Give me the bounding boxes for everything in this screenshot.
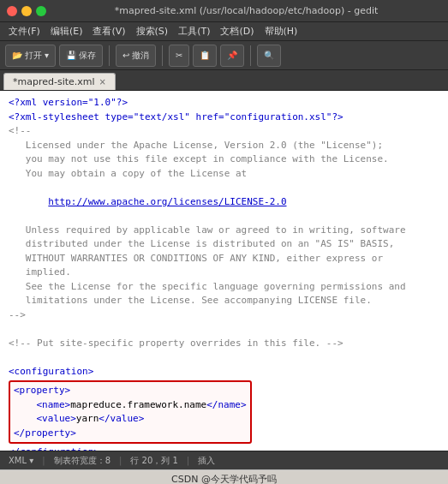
insert-mode-indicator: 插入 bbox=[198, 455, 215, 467]
blank-line-3 bbox=[9, 322, 439, 337]
window-title: *mapred-site.xml (/usr/local/hadoop/etc/… bbox=[51, 5, 441, 16]
site-override-comment: <!-- Put site-specific property override… bbox=[9, 337, 439, 351]
cut-button[interactable]: ✂ bbox=[169, 45, 189, 67]
value-tag: <value>yarn</value> bbox=[14, 412, 247, 427]
menu-documents[interactable]: 文档(D) bbox=[215, 23, 259, 39]
menu-tools[interactable]: 工具(T) bbox=[173, 23, 215, 39]
configuration-open: <configuration> bbox=[9, 365, 439, 379]
menu-file[interactable]: 文件(F) bbox=[3, 23, 45, 39]
cut-icon: ✂ bbox=[176, 51, 182, 60]
property-open: <property> bbox=[14, 384, 247, 398]
comment-end: --> bbox=[9, 308, 439, 323]
toolbar: 📂 打开 ▾ 💾 保存 ↩ 撤消 ✂ 📋 📌 🔍 bbox=[0, 41, 448, 70]
tab-width-indicator: 制表符宽度：8 bbox=[54, 455, 111, 467]
toolbar-separator-2 bbox=[162, 45, 163, 66]
minimize-button[interactable] bbox=[21, 6, 32, 16]
comment-line-2: you may not use this file except in comp… bbox=[9, 152, 439, 167]
tab-bar: *mapred-site.xml × bbox=[0, 70, 448, 91]
close-button[interactable] bbox=[7, 6, 17, 16]
comment-line-4: Unless required by applicable law or agr… bbox=[9, 224, 439, 238]
editor-area[interactable]: <?xml version="1.0"?> <?xml-stylesheet t… bbox=[0, 91, 448, 451]
status-bar: XML ▾ | 制表符宽度：8 | 行 20，列 1 | 插入 bbox=[0, 451, 448, 469]
property-block: <property> <name>mapreduce.framework.nam… bbox=[9, 380, 252, 444]
comment-start: <!-- bbox=[9, 124, 439, 139]
comment-line-3: You may obtain a copy of the License at bbox=[9, 167, 439, 182]
menu-search[interactable]: 搜索(S) bbox=[131, 23, 174, 39]
menu-edit[interactable]: 编辑(E) bbox=[45, 23, 88, 39]
window-controls bbox=[7, 6, 46, 16]
toolbar-separator bbox=[109, 45, 110, 66]
tab-close-button[interactable]: × bbox=[99, 77, 106, 87]
xml-declaration: <?xml version="1.0"?> bbox=[9, 96, 439, 111]
comment-line-7: implied. bbox=[9, 266, 439, 280]
menu-view[interactable]: 查看(V) bbox=[87, 23, 130, 39]
status-sep-1: | bbox=[42, 456, 45, 465]
comment-line-6: WITHOUT WARRANTIES OR CONDITIONS OF ANY … bbox=[9, 252, 439, 266]
comment-line-5: distributed under the License is distrib… bbox=[9, 237, 439, 252]
toolbar-separator-3 bbox=[250, 45, 251, 66]
maximize-button[interactable] bbox=[36, 6, 46, 16]
save-icon: 💾 bbox=[66, 51, 76, 60]
status-sep-3: | bbox=[187, 456, 189, 465]
property-close: </property> bbox=[14, 427, 247, 441]
copy-icon: 📋 bbox=[200, 51, 210, 60]
undo-button[interactable]: ↩ 撤消 bbox=[116, 45, 156, 67]
comment-line-8: See the License for the specific languag… bbox=[9, 280, 439, 295]
comment-line-1: Licensed under the Apache License, Versi… bbox=[9, 139, 439, 153]
menu-bar: 文件(F) 编辑(E) 查看(V) 搜索(S) 工具(T) 文档(D) 帮助(H… bbox=[0, 22, 448, 41]
xml-stylesheet: <?xml-stylesheet type="text/xsl" href="c… bbox=[9, 111, 439, 125]
blank-line-4 bbox=[9, 350, 439, 365]
name-tag: <name>mapreduce.framework.name</name> bbox=[14, 398, 247, 413]
blank-line-2 bbox=[9, 209, 439, 224]
row-col-indicator: 行 20，列 1 bbox=[130, 455, 177, 467]
search-button[interactable]: 🔍 bbox=[257, 45, 281, 67]
paste-button[interactable]: 📌 bbox=[220, 45, 244, 67]
tab-label: *mapred-site.xml bbox=[13, 76, 95, 87]
blank-line-1 bbox=[9, 181, 439, 195]
tab-mapred-site[interactable]: *mapred-site.xml × bbox=[3, 73, 116, 90]
paste-icon: 📌 bbox=[227, 51, 237, 60]
save-button[interactable]: 💾 保存 bbox=[59, 45, 103, 67]
open-button[interactable]: 📂 打开 ▾ bbox=[5, 45, 56, 67]
folder-icon: 📂 bbox=[12, 51, 22, 60]
watermark-bar: CSDN @今天学代码予吗 bbox=[0, 469, 448, 484]
menu-help[interactable]: 帮助(H) bbox=[260, 23, 303, 39]
copy-button[interactable]: 📋 bbox=[193, 45, 217, 67]
comment-line-9: limitations under the License. See accom… bbox=[9, 294, 439, 308]
watermark-text: CSDN @今天学代码予吗 bbox=[171, 473, 277, 484]
title-bar: *mapred-site.xml (/usr/local/hadoop/etc/… bbox=[0, 0, 448, 22]
status-sep-2: | bbox=[119, 456, 122, 465]
license-link-line: http://www.apache.org/licenses/LICENSE-2… bbox=[9, 195, 439, 210]
undo-icon: ↩ bbox=[122, 51, 129, 60]
language-selector[interactable]: XML ▾ bbox=[9, 456, 33, 465]
search-icon: 🔍 bbox=[264, 51, 274, 60]
license-link[interactable]: http://www.apache.org/licenses/LICENSE-2… bbox=[48, 196, 286, 207]
